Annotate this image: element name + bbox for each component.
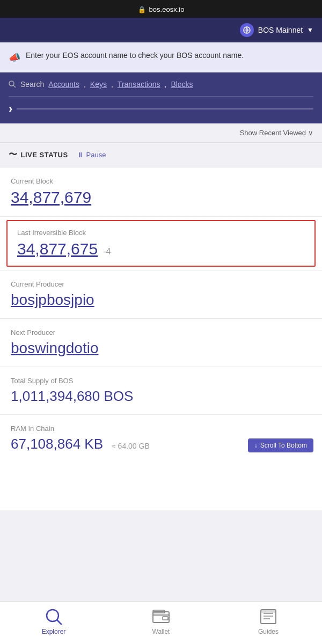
status-bar: 🔒 bos.eosx.io xyxy=(0,0,322,18)
search-link-accounts[interactable]: Accounts xyxy=(48,80,79,89)
scroll-to-bottom-button[interactable]: ↓ Scroll To Bottom xyxy=(248,438,313,452)
top-nav: BOS Mainnet ▼ xyxy=(0,18,322,42)
search-section: Search Accounts, Keys, Transactions, Blo… xyxy=(0,72,322,123)
wallet-icon xyxy=(152,609,170,624)
ram-row: RAM In Chain 67,108,864 KB ≈ 64.00 GB ↓ … xyxy=(0,415,322,462)
current-block-label: Current Block xyxy=(11,177,311,185)
svg-rect-6 xyxy=(153,612,169,623)
current-block-block: Current Block 34,877,679 xyxy=(0,167,322,217)
svg-rect-12 xyxy=(261,610,276,613)
next-producer-label: Next Producer xyxy=(11,328,311,336)
search-expand-icon[interactable]: › xyxy=(9,102,12,116)
lib-diff: -4 xyxy=(103,247,111,257)
search-bar[interactable] xyxy=(17,108,313,109)
svg-line-5 xyxy=(57,620,61,624)
network-selector[interactable]: BOS Mainnet ▼ xyxy=(240,23,313,37)
show-recent-viewed-button[interactable]: Show Recent Viewed ∨ xyxy=(240,129,313,137)
recent-viewed-row: Show Recent Viewed ∨ xyxy=(0,123,322,143)
lock-icon: 🔒 xyxy=(138,6,146,13)
scroll-bottom-label: Scroll To Bottom xyxy=(260,442,307,449)
network-icon xyxy=(240,23,254,37)
explorer-icon xyxy=(45,608,63,626)
search-input-row[interactable]: › xyxy=(9,96,313,123)
scroll-arrow-icon: ↓ xyxy=(254,442,258,449)
tab-guides[interactable]: Guides xyxy=(215,602,322,644)
last-irreversible-block-block: Last Irreversible Block 34,877,675 -4 xyxy=(6,220,316,267)
chevron-down-icon: ∨ xyxy=(308,129,313,137)
banner: 📣 Enter your EOS account name to check y… xyxy=(0,42,322,72)
current-producer-value[interactable]: bosjpbosjpio xyxy=(11,291,311,309)
tab-wallet[interactable]: Wallet xyxy=(107,602,215,644)
tab-explorer-label: Explorer xyxy=(42,628,66,635)
pause-button[interactable]: ⏸ Pause xyxy=(77,151,106,159)
tab-bar: Explorer Wallet Guides xyxy=(0,601,322,644)
url-text: bos.eosx.io xyxy=(149,5,185,13)
guides-icon-wrap xyxy=(259,609,278,625)
total-supply-label: Total Supply of BOS xyxy=(11,377,311,385)
bottom-spacer xyxy=(0,462,322,510)
total-supply-block: Total Supply of BOS 1,011,394,680 BOS xyxy=(0,367,322,415)
current-producer-block: Current Producer bosjpbosjpio xyxy=(0,270,322,319)
dropdown-arrow: ▼ xyxy=(307,26,313,34)
next-producer-value[interactable]: boswingdotio xyxy=(11,340,311,357)
search-icon xyxy=(9,80,16,88)
current-block-value[interactable]: 34,877,679 xyxy=(11,188,311,207)
banner-text: Enter your EOS account name to check you… xyxy=(26,50,244,61)
lib-label: Last Irreversible Block xyxy=(17,229,305,237)
guides-icon xyxy=(259,609,277,625)
ram-value: 67,108,864 KB xyxy=(11,436,103,452)
search-links-row: Search Accounts, Keys, Transactions, Blo… xyxy=(9,80,313,96)
main-content: Current Block 34,877,679 Last Irreversib… xyxy=(0,167,322,510)
pause-label: Pause xyxy=(86,151,106,159)
next-producer-block: Next Producer boswingdotio xyxy=(0,319,322,367)
wallet-icon-wrap xyxy=(151,609,171,625)
tab-explorer[interactable]: Explorer xyxy=(0,602,107,644)
lib-value[interactable]: 34,877,675 xyxy=(17,240,98,258)
current-producer-label: Current Producer xyxy=(11,280,311,288)
svg-rect-7 xyxy=(163,617,168,620)
ram-sub-value: ≈ 64.00 GB xyxy=(112,442,150,450)
svg-point-2 xyxy=(9,81,14,86)
pause-icon: ⏸ xyxy=(77,151,84,159)
tab-guides-label: Guides xyxy=(258,628,279,635)
megaphone-icon: 📣 xyxy=(9,50,20,65)
lib-wrapper: Last Irreversible Block 34,877,675 -4 xyxy=(0,217,322,270)
ram-label: RAM In Chain xyxy=(11,425,311,433)
search-link-blocks[interactable]: Blocks xyxy=(171,80,193,89)
ram-block: RAM In Chain 67,108,864 KB ≈ 64.00 GB ↓ … xyxy=(0,415,322,462)
total-supply-value: 1,011,394,680 BOS xyxy=(11,388,311,405)
live-wave-icon: 〜 xyxy=(9,149,18,160)
network-label: BOS Mainnet xyxy=(258,26,303,34)
search-link-keys[interactable]: Keys xyxy=(90,80,107,89)
tab-wallet-label: Wallet xyxy=(152,628,170,635)
live-status-label: 〜 LIVE STATUS xyxy=(9,149,68,160)
live-status-text: LIVE STATUS xyxy=(21,151,68,159)
lib-value-row: 34,877,675 -4 xyxy=(17,240,305,258)
svg-line-3 xyxy=(13,85,16,87)
search-prefix: Search xyxy=(20,80,44,89)
search-link-transactions[interactable]: Transactions xyxy=(118,80,160,89)
recent-viewed-label: Show Recent Viewed xyxy=(240,129,306,137)
explorer-icon-wrap xyxy=(44,609,63,625)
live-status-header: 〜 LIVE STATUS ⏸ Pause xyxy=(0,143,322,167)
